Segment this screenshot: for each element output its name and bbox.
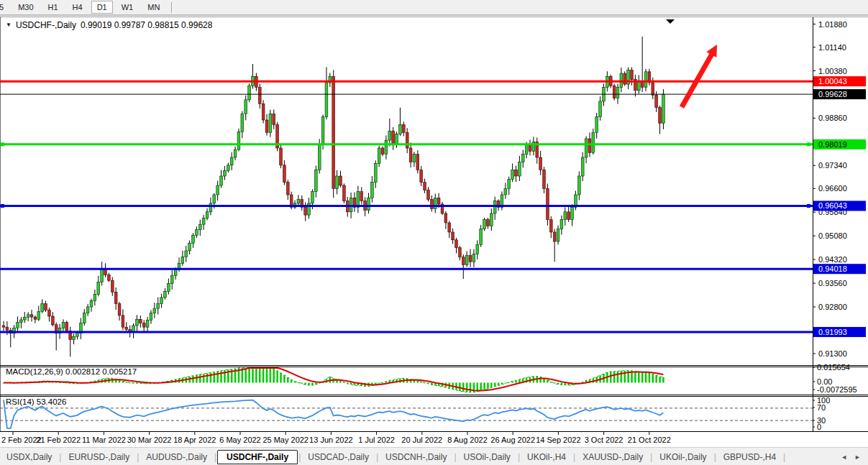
- svg-text:0.93560: 0.93560: [818, 279, 847, 287]
- axis-price-label-0.96043: 0.96043: [813, 201, 866, 211]
- svg-text:0.97340: 0.97340: [818, 161, 847, 170]
- chart-tab-usdx-daily[interactable]: USDX,Daily: [0, 451, 58, 464]
- timeframe-button-H4[interactable]: H4: [67, 1, 88, 14]
- svg-text:3 Oct 2022: 3 Oct 2022: [585, 436, 623, 444]
- svg-text:6 May 2022: 6 May 2022: [219, 436, 260, 444]
- svg-text:1.01140: 1.01140: [818, 43, 846, 52]
- chart-tab-bar: USDX,Daily|EURUSD-,Daily|AUDUSD-,Daily|U…: [0, 447, 868, 465]
- chart-tab-usdchf-daily[interactable]: USDCHF-,Daily: [217, 450, 298, 464]
- svg-text:-0.0072595: -0.0072595: [817, 385, 857, 394]
- svg-text:0.98860: 0.98860: [818, 114, 847, 122]
- symbol-dropdown-icon[interactable]: ▼: [6, 22, 12, 28]
- svg-text:1.01880: 1.01880: [818, 20, 847, 29]
- svg-text:20 Jul 2022: 20 Jul 2022: [401, 436, 442, 444]
- svg-text:21 Feb 2022: 21 Feb 2022: [36, 436, 81, 444]
- chart-tab-ukoil-h4[interactable]: UKOil-,H4: [521, 451, 572, 464]
- chart-tab-usoil-daily[interactable]: USOil-,Daily: [457, 451, 517, 464]
- chart-tab-ukoil-daily[interactable]: UKOil-,Daily: [653, 451, 713, 464]
- toolbar-separator: [171, 2, 172, 13]
- svg-text:1 Jul 2022: 1 Jul 2022: [358, 436, 395, 444]
- timeframe-button-W1[interactable]: W1: [116, 1, 140, 14]
- svg-text:0.99628: 0.99628: [818, 90, 847, 98]
- rsi-indicator-label: RSI(14) 53.4026: [6, 397, 66, 406]
- macd-indicator-label: MACD(12,26,9) 0.002812 0.005217: [6, 367, 137, 376]
- svg-text:18 Apr 2022: 18 Apr 2022: [173, 436, 216, 444]
- svg-text:70: 70: [817, 403, 826, 412]
- timeframe-button-H1[interactable]: H1: [42, 1, 64, 14]
- axis-price-label-0.99628: 0.99628: [813, 89, 866, 99]
- chart-tab-eurusd-daily[interactable]: EURUSD-,Daily: [62, 451, 136, 464]
- chart-tab-audusd-daily[interactable]: AUDUSD-,Daily: [140, 451, 214, 464]
- svg-text:2 Feb 2022: 2 Feb 2022: [1, 436, 42, 444]
- timeframe-button-M30[interactable]: M30: [12, 1, 39, 14]
- tab-scroll-right-icon[interactable]: ►: [854, 454, 861, 461]
- svg-text:11 Mar 2022: 11 Mar 2022: [82, 436, 126, 444]
- chart-title: ▼ USDCHF-,Daily 0.99019 0.99787 0.98815 …: [6, 20, 212, 30]
- svg-text:0.91300: 0.91300: [818, 349, 847, 358]
- timeframe-button-MN[interactable]: MN: [142, 1, 165, 14]
- svg-text:0.92800: 0.92800: [818, 303, 847, 311]
- axis-price-label-0.98019: 0.98019: [813, 139, 866, 149]
- chart-window: 1.018801.011401.003800.988600.973400.966…: [0, 14, 868, 447]
- svg-text:21 Oct 2022: 21 Oct 2022: [628, 436, 671, 444]
- svg-text:26 Aug 2022: 26 Aug 2022: [490, 436, 535, 444]
- chart-tab-usdcad-daily[interactable]: USDCAD-,Daily: [301, 451, 375, 464]
- svg-text:8 Aug 2022: 8 Aug 2022: [447, 436, 488, 444]
- tab-scroll-left-icon[interactable]: ◄: [841, 454, 847, 461]
- timeframe-toolbar: 5M30H1H4D1W1MN: [0, 0, 868, 15]
- svg-text:0.015654: 0.015654: [817, 363, 850, 372]
- chart-tab-usdcnh-daily[interactable]: USDCNH-,Daily: [379, 451, 453, 464]
- trading-app-window: 5M30H1H4D1W1MN 1.018801.011401.003800.98…: [0, 0, 868, 465]
- svg-text:0: 0: [817, 423, 821, 431]
- axis-price-label-0.94018: 0.94018: [813, 264, 866, 274]
- timeframe-button-5[interactable]: 5: [0, 1, 9, 14]
- svg-text:0.96600: 0.96600: [818, 184, 847, 193]
- svg-text:0.94320: 0.94320: [818, 255, 847, 264]
- svg-text:0.96043: 0.96043: [818, 201, 847, 210]
- svg-text:1.00043: 1.00043: [818, 77, 847, 86]
- svg-text:14 Sep 2022: 14 Sep 2022: [536, 436, 580, 444]
- svg-text:13 Jun 2022: 13 Jun 2022: [309, 436, 353, 444]
- svg-text:1.00380: 1.00380: [818, 67, 847, 75]
- timeframe-button-D1[interactable]: D1: [91, 1, 113, 14]
- axis-price-label-0.91993: 0.91993: [813, 327, 866, 337]
- tab-separator: |: [782, 452, 786, 462]
- chart-symbol-period: USDCHF-,Daily: [16, 20, 76, 30]
- svg-text:0.95080: 0.95080: [818, 231, 847, 240]
- svg-text:30 Mar 2022: 30 Mar 2022: [127, 436, 172, 444]
- price-chart-canvas[interactable]: 1.018801.011401.003800.988600.973400.966…: [0, 16, 868, 447]
- svg-text:0.98019: 0.98019: [818, 140, 847, 149]
- svg-text:0.94018: 0.94018: [818, 264, 847, 273]
- chart-tab-xauusd-daily[interactable]: XAUUSD-,Daily: [576, 451, 649, 464]
- chart-ohlc-values: 0.99019 0.99787 0.98815 0.99628: [81, 20, 213, 30]
- chart-tab-gbpusd-h4[interactable]: GBPUSD-,H4: [717, 451, 782, 464]
- axis-price-label-1.00043: 1.00043: [813, 76, 866, 86]
- svg-text:0.91993: 0.91993: [818, 328, 847, 336]
- svg-text:25 May 2022: 25 May 2022: [262, 436, 309, 444]
